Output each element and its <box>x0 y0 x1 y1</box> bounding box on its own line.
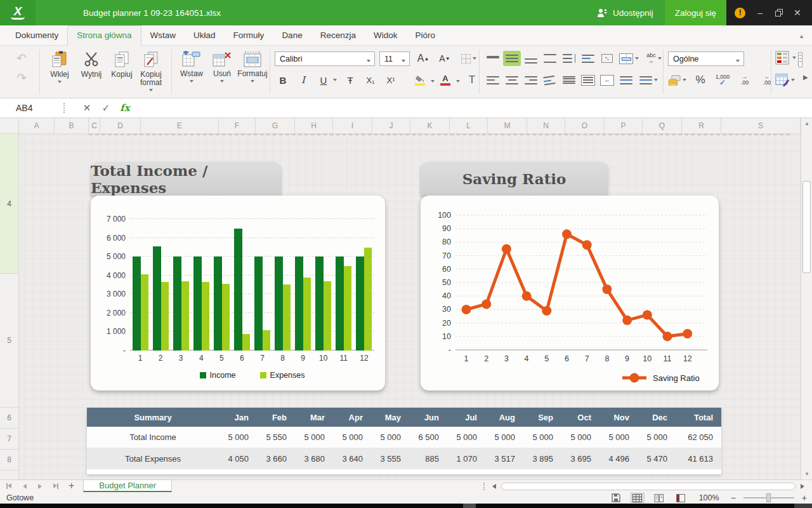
splitter-handle[interactable] <box>483 483 485 490</box>
app-logo-icon[interactable]: X <box>0 0 36 25</box>
strikethrough-button[interactable]: Ŧ <box>342 72 358 88</box>
table-header-oct[interactable]: Oct <box>561 408 599 427</box>
ribbon-expand-chevron-icon[interactable]: ▶ <box>803 74 808 81</box>
align-top-button[interactable] <box>484 51 502 66</box>
shrink-font-button[interactable]: A▼ <box>436 51 453 66</box>
column-header-K[interactable]: K <box>410 118 450 133</box>
next-sheet-button[interactable] <box>38 484 42 489</box>
vertical-scrollbar[interactable]: ▲ ▼ <box>801 118 812 479</box>
percent-button[interactable]: % <box>692 72 709 88</box>
hscroll-left-icon[interactable] <box>492 484 496 489</box>
insert-cells-button[interactable]: Wstaw <box>175 51 208 83</box>
income-expenses-chart[interactable]: 7 0006 0005 0004 0003 0002 0001 000- 123… <box>91 196 385 391</box>
column-header-G[interactable]: G <box>256 118 295 133</box>
column-header-S[interactable]: S <box>721 118 801 133</box>
table-cell[interactable]: 5 000 <box>599 427 638 448</box>
quick-save-button[interactable] <box>609 493 623 503</box>
align-center-button[interactable] <box>503 72 521 88</box>
shrink-to-fit-button[interactable]: ⤡ <box>598 51 616 66</box>
column-header-F[interactable]: F <box>219 118 256 133</box>
share-button[interactable]: Udostępnij <box>586 0 665 25</box>
table-cell[interactable]: 5 000 <box>371 427 409 448</box>
decrease-decimal-button[interactable]: ←.00 <box>759 72 775 88</box>
column-header-L[interactable]: L <box>450 118 488 133</box>
row-header-8[interactable]: 8 <box>0 450 18 471</box>
zoom-slider-thumb[interactable] <box>766 493 771 502</box>
row-header-5[interactable]: 5 <box>0 274 18 408</box>
table-row-label[interactable]: Total Income <box>87 427 219 448</box>
merge-cells-button[interactable] <box>617 51 640 66</box>
formula-confirm-button[interactable]: ✓ <box>96 102 115 114</box>
table-cell[interactable]: 5 000 <box>447 427 485 448</box>
table-cell[interactable]: 3 640 <box>333 448 371 469</box>
table-header-jan[interactable]: Jan <box>219 408 257 427</box>
scroll-down-icon[interactable]: ▼ <box>801 471 812 477</box>
redo-button[interactable]: ↷ <box>16 70 27 85</box>
number-format-combo[interactable]: Ogólne <box>668 51 744 66</box>
bold-button[interactable]: B <box>275 72 291 88</box>
table-cell[interactable]: 5 000 <box>219 427 257 448</box>
menu-tab-układ[interactable]: Układ <box>185 26 225 45</box>
subscript-button[interactable]: X₁ <box>362 72 379 88</box>
text-tool-button[interactable]: T <box>464 72 480 88</box>
column-header-E[interactable]: E <box>141 118 219 133</box>
table-header-mar[interactable]: Mar <box>295 408 333 427</box>
notification-warning-icon[interactable]: ! <box>735 8 745 18</box>
table-cell[interactable]: 5 000 <box>295 427 333 448</box>
zoom-out-button[interactable]: − <box>731 493 736 503</box>
first-sheet-button[interactable] <box>6 483 11 489</box>
table-cell[interactable]: 5 000 <box>485 427 523 448</box>
table-cell[interactable]: 3 680 <box>295 448 333 469</box>
table-cell[interactable]: 4 496 <box>599 448 638 469</box>
table-header-feb[interactable]: Feb <box>257 408 295 427</box>
sheet-tab-budget-planner[interactable]: Budget Planner <box>83 479 172 492</box>
table-header-apr[interactable]: Apr <box>333 408 371 427</box>
table-header-dec[interactable]: Dec <box>638 408 676 427</box>
italic-button[interactable]: I <box>295 72 311 88</box>
superscript-button[interactable]: X¹ <box>383 72 399 88</box>
zoom-in-button[interactable]: + <box>802 493 807 503</box>
normal-view-button[interactable] <box>631 493 645 503</box>
menu-tab-strona-główna[interactable]: Strona główna <box>67 25 141 46</box>
column-header-D[interactable]: D <box>100 118 141 133</box>
table-cell[interactable]: 5 550 <box>257 427 295 448</box>
last-sheet-button[interactable] <box>53 483 58 489</box>
menu-tab-widok[interactable]: Widok <box>365 26 407 45</box>
grow-font-button[interactable]: A▲ <box>415 51 431 66</box>
conditional-format-button[interactable] <box>775 51 796 65</box>
table-header-aug[interactable]: Aug <box>485 408 523 427</box>
column-header-B[interactable]: B <box>55 118 89 133</box>
format-cells-button[interactable]: Formatuj <box>236 51 269 83</box>
column-header-N[interactable]: N <box>527 118 565 133</box>
table-cell[interactable]: 5 000 <box>523 427 561 448</box>
menu-tab-dane[interactable]: Dane <box>273 26 311 45</box>
add-sheet-button[interactable]: + <box>69 480 74 491</box>
font-size-combo[interactable]: 11 <box>379 51 410 66</box>
select-all-corner[interactable] <box>0 118 19 133</box>
column-header-P[interactable]: P <box>605 118 643 133</box>
table-header-sep[interactable]: Sep <box>523 408 561 427</box>
table-cell[interactable]: 5 000 <box>561 427 599 448</box>
font-color-button[interactable]: A <box>438 75 452 86</box>
table-header-nov[interactable]: Nov <box>599 408 638 427</box>
table-header-jun[interactable]: Jun <box>409 408 447 427</box>
fill-color-button[interactable] <box>413 75 427 86</box>
table-header-jul[interactable]: Jul <box>447 408 485 427</box>
login-button[interactable]: Zaloguj się <box>665 0 726 25</box>
column-header-J[interactable]: J <box>372 118 410 133</box>
wrap-text-button[interactable] <box>579 51 597 66</box>
column-header-C[interactable]: C <box>89 118 100 133</box>
menu-tab-dokumenty[interactable]: Dokumenty <box>6 26 67 45</box>
paste-button[interactable]: Wklej <box>43 51 76 83</box>
increase-decimal-button[interactable]: →.00 <box>737 72 753 88</box>
close-button[interactable]: ✕ <box>791 8 804 18</box>
align-bottom-button[interactable] <box>522 51 540 66</box>
table-cell[interactable]: 1 070 <box>447 448 485 469</box>
row-header-4[interactable]: 4 <box>0 134 18 274</box>
undo-button[interactable]: ↶ <box>16 51 27 65</box>
horizontal-scrollbar[interactable] <box>501 483 796 490</box>
table-cell[interactable]: 3 895 <box>523 448 561 469</box>
column-header-H[interactable]: H <box>295 118 333 133</box>
formula-cancel-button[interactable]: ✕ <box>77 102 96 114</box>
cell-name-box[interactable]: AB4 <box>0 103 63 113</box>
